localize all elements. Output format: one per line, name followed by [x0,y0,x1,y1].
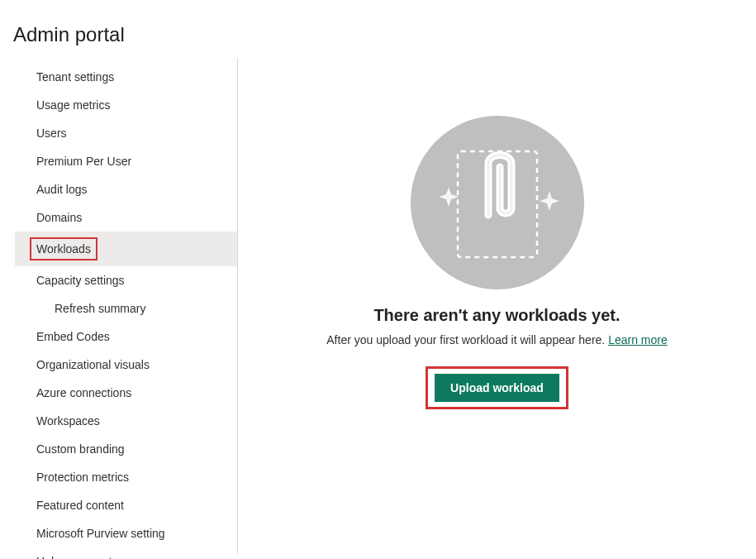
sidebar-item-users[interactable]: Users [15,119,237,147]
sidebar-item-azure-connections[interactable]: Azure connections [15,379,237,407]
sidebar-item-label: Workloads [36,242,91,256]
sidebar-item-audit-logs[interactable]: Audit logs [15,175,237,203]
sidebar-item-label: Domains [36,211,82,224]
sidebar-item-label: Users [36,127,67,140]
sidebar-item-organizational-visuals[interactable]: Organizational visuals [15,351,237,379]
sidebar-item-label: Protection metrics [36,471,129,484]
upload-workload-button[interactable]: Upload workload [435,374,559,402]
sidebar-item-label: Premium Per User [36,155,131,168]
sidebar-item-label: Embed Codes [36,330,110,343]
empty-state-illustration [411,116,584,289]
sidebar-item-refresh-summary[interactable]: Refresh summary [15,294,237,322]
sidebar-item-label: Refresh summary [55,302,145,315]
sidebar-item-label: Custom branding [36,442,125,456]
sidebar-item-workloads[interactable]: Workloads [15,232,237,266]
sidebar-item-capacity-settings[interactable]: Capacity settings [15,266,237,294]
learn-more-link[interactable]: Learn more [608,333,668,346]
empty-state-subtitle-text: After you upload your first workload it … [326,333,608,346]
sidebar-item-label: Audit logs [36,183,87,196]
sidebar-item-protection-metrics[interactable]: Protection metrics [15,463,237,491]
sidebar-item-embed-codes[interactable]: Embed Codes [15,322,237,351]
sidebar-item-label: Microsoft Purview setting [36,527,165,540]
sidebar-item-label: Tenant settings [36,70,114,84]
callout-highlight: Workloads [30,237,97,260]
sidebar-item-label: Featured content [36,499,124,512]
sidebar-item-label: Usage metrics [36,98,110,112]
sidebar-item-label: Organizational visuals [36,358,150,371]
sidebar-item-tenant-settings[interactable]: Tenant settings [15,63,237,91]
sidebar-item-label: Workspaces [36,414,100,428]
page-title: Admin portal [0,0,756,58]
content-wrapper: Tenant settings Usage metrics Users Prem… [0,58,756,554]
sidebar-item-label: Capacity settings [36,274,125,287]
sidebar-item-premium-per-user[interactable]: Premium Per User [15,147,237,175]
main-content: There aren't any workloads yet. After yo… [238,58,756,554]
sidebar-item-label: Azure connections [36,386,131,399]
empty-state-subtitle: After you upload your first workload it … [326,333,667,346]
sidebar-item-microsoft-purview-setting[interactable]: Microsoft Purview setting [15,519,237,547]
sidebar-item-help-support[interactable]: Help + support [15,547,237,559]
sidebar-item-workspaces[interactable]: Workspaces [15,407,237,435]
sidebar-item-domains[interactable]: Domains [15,203,237,232]
callout-highlight: Upload workload [426,366,568,409]
sidebar-item-custom-branding[interactable]: Custom branding [15,435,237,463]
sidebar-item-label: Help + support [36,555,112,559]
empty-state-title: There aren't any workloads yet. [373,306,620,325]
sidebar-nav: Tenant settings Usage metrics Users Prem… [15,58,238,554]
sidebar-item-featured-content[interactable]: Featured content [15,491,237,519]
sidebar-item-usage-metrics[interactable]: Usage metrics [15,91,237,119]
